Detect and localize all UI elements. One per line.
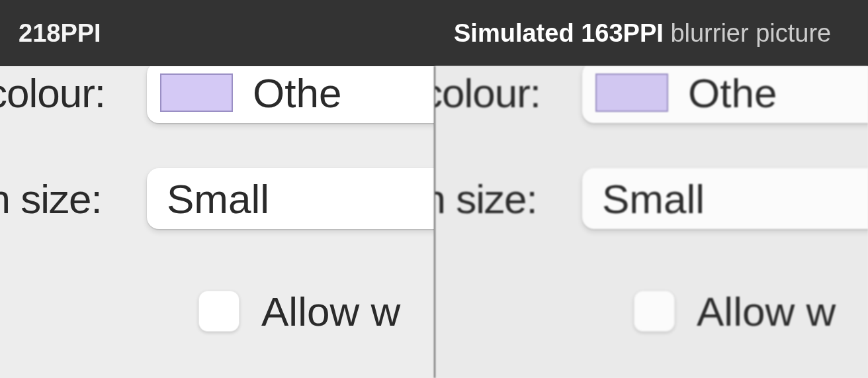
panel-163ppi: colour: Othe on size: Small Allow w	[434, 66, 868, 378]
colour-picker[interactable]: Othe	[582, 66, 868, 123]
allow-checkbox[interactable]	[198, 291, 239, 332]
size-value: Small	[602, 175, 705, 222]
panel-218ppi: colour: Othe on size: Small Allow w	[0, 66, 434, 378]
colour-swatch[interactable]	[160, 73, 233, 112]
size-select[interactable]: Small	[147, 168, 434, 229]
header-right-light: blurrier picture	[670, 19, 831, 47]
size-label: on size:	[434, 175, 537, 222]
allow-label: Allow w	[261, 288, 400, 335]
allow-label: Allow w	[697, 288, 836, 335]
colour-swatch[interactable]	[595, 73, 668, 112]
header-left-label: 218PPI	[0, 19, 434, 48]
comparison-header: 218PPI Simulated 163PPI blurrier picture	[0, 0, 868, 66]
header-right-bold: Simulated 163PPI	[454, 19, 664, 47]
colour-label: colour:	[0, 70, 105, 117]
allow-checkbox[interactable]	[634, 291, 675, 332]
header-right-label: Simulated 163PPI blurrier picture	[434, 19, 868, 48]
colour-value: Othe	[688, 70, 777, 117]
colour-value: Othe	[253, 70, 341, 117]
colour-label: colour:	[434, 70, 541, 117]
size-value: Small	[167, 175, 269, 222]
colour-picker[interactable]: Othe	[147, 66, 434, 123]
size-label: on size:	[0, 175, 102, 222]
comparison-content: colour: Othe on size: Small Allow w colo…	[0, 66, 868, 378]
size-select[interactable]: Small	[582, 168, 868, 229]
